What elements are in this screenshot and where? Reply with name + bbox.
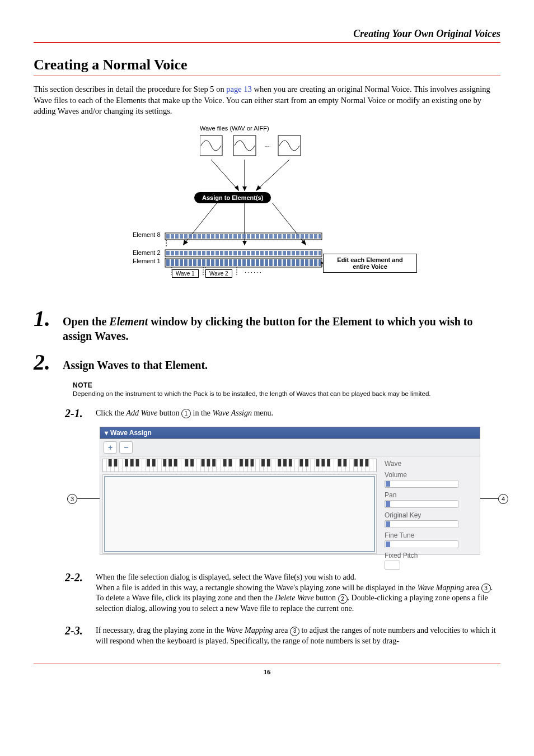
svg-line-10 <box>183 203 217 245</box>
element1-label: Element 1 <box>133 258 161 264</box>
svg-rect-54 <box>251 459 254 466</box>
volume-label: Volume <box>385 471 474 479</box>
svg-rect-48 <box>207 459 210 466</box>
circled-1-inline: 1 <box>181 409 191 418</box>
circled-2-inline: 2 <box>338 594 348 604</box>
step-1: 1. Open the Element window by clicking t… <box>34 307 500 343</box>
svg-rect-45 <box>185 459 188 466</box>
pan-label: Pan <box>385 491 474 499</box>
callout-3: 3 <box>67 494 77 504</box>
wave-mapping-area[interactable] <box>100 456 379 554</box>
svg-rect-57 <box>278 459 281 466</box>
svg-rect-53 <box>245 459 249 466</box>
svg-text:⋮: ⋮ <box>162 239 170 248</box>
svg-rect-66 <box>343 459 346 466</box>
substep-2-2-text: When the file selection dialog is displa… <box>96 571 500 615</box>
wave-assign-header[interactable]: ▾Wave Assign <box>100 427 480 439</box>
substep-2-3-number: 2-3. <box>65 624 90 637</box>
svg-rect-43 <box>168 459 172 466</box>
wave-label: Wave <box>385 460 474 468</box>
element8-label: Element 8 <box>133 231 161 238</box>
wave-assign-screenshot: 1 2 3 4 ▾Wave Assign + − <box>67 427 509 561</box>
note-block: NOTE Depending on the instrument to whic… <box>73 381 500 397</box>
svg-rect-32 <box>166 259 321 266</box>
svg-marker-22 <box>318 260 323 265</box>
svg-line-14 <box>273 203 306 245</box>
svg-rect-38 <box>130 459 134 466</box>
svg-rect-40 <box>147 459 150 466</box>
page-link[interactable]: page 13 <box>226 85 252 94</box>
svg-rect-16 <box>165 233 322 240</box>
s23-b: area <box>273 626 290 634</box>
svg-rect-18 <box>165 258 322 267</box>
svg-line-8 <box>256 160 289 191</box>
delete-wave-button[interactable]: − <box>119 441 133 454</box>
step-1-number: 1. <box>34 307 58 330</box>
piano-ruler <box>102 459 377 472</box>
svg-marker-9 <box>256 185 261 191</box>
note-text: Depending on the instrument to which the… <box>73 390 500 397</box>
svg-rect-33 <box>166 251 321 255</box>
s21-a: Click the <box>96 409 126 417</box>
s23-a: If necessary, drag the playing zone in t… <box>96 626 226 634</box>
circled-3-inline-b: 3 <box>290 627 299 636</box>
volume-slider[interactable] <box>385 480 458 488</box>
svg-rect-49 <box>212 459 216 466</box>
substep-2-1: 2-1. Click the Add Wave button 1 in the … <box>65 407 500 420</box>
svg-rect-42 <box>163 459 166 466</box>
circled-3-inline: 3 <box>481 584 491 593</box>
svg-rect-65 <box>338 459 341 466</box>
callout-3-num: 3 <box>67 494 77 504</box>
original-key-slider[interactable] <box>385 520 458 528</box>
s21-c: in the <box>191 409 213 417</box>
svg-marker-13 <box>242 241 247 245</box>
s22-a: When a file is added in this way, a rect… <box>96 584 417 592</box>
wave2-label: Wave 2 <box>205 269 232 278</box>
playing-zone-outline[interactable] <box>104 476 375 552</box>
svg-rect-29 <box>166 259 321 266</box>
s21-b: button <box>157 409 181 417</box>
s21-em2: Wave Assign <box>213 409 252 417</box>
svg-rect-56 <box>267 459 270 466</box>
svg-rect-39 <box>136 459 139 466</box>
svg-rect-41 <box>152 459 156 466</box>
s22-em2: Delete Wave <box>275 594 314 602</box>
running-header: Creating Your Own Original Voices <box>34 28 500 40</box>
svg-rect-51 <box>228 459 232 466</box>
wave-assign-toolbar: + − <box>100 439 480 456</box>
substep-2-1-text: Click the Add Wave button 1 in the Wave … <box>96 407 273 419</box>
fine-tune-slider[interactable] <box>385 540 458 548</box>
pan-slider[interactable] <box>385 500 458 508</box>
s23-em: Wave Mapping <box>226 626 273 634</box>
fixed-pitch-checkbox[interactable] <box>385 561 400 570</box>
s22-em1: Wave Mapping <box>417 584 464 592</box>
svg-marker-15 <box>301 240 306 245</box>
intro-paragraph: This section describes in detail the pro… <box>34 84 500 117</box>
callout-4: 4 <box>498 494 508 504</box>
svg-text:······: ······ <box>245 268 263 276</box>
svg-rect-59 <box>289 459 292 466</box>
collapse-triangle-icon[interactable]: ▾ <box>105 429 108 437</box>
svg-text:···: ··· <box>264 142 270 150</box>
svg-rect-36 <box>114 459 118 466</box>
wave-assign-panel: ▾Wave Assign + − <box>100 427 480 555</box>
substep-2-2: 2-2. When the file selection dialog is d… <box>65 571 500 615</box>
substep-2-3: 2-3. If necessary, drag the playing zone… <box>65 624 500 647</box>
s21-em1: Add Wave <box>126 409 157 417</box>
svg-rect-67 <box>354 459 358 466</box>
step-1-text-a: Open the <box>63 315 109 328</box>
add-wave-button[interactable]: + <box>104 441 117 454</box>
wave-shapes: ··· <box>200 133 323 162</box>
wave-assign-title: Wave Assign <box>110 429 152 437</box>
wave-mapping-grid[interactable] <box>102 474 377 554</box>
s22-b: area <box>464 584 481 592</box>
svg-rect-62 <box>316 459 320 466</box>
fine-tune-label: Fine Tune <box>385 531 474 539</box>
wave-properties-panel: Wave Volume Pan Original Key <box>379 456 480 554</box>
svg-rect-46 <box>190 459 194 466</box>
svg-line-4 <box>211 160 239 191</box>
wave1-label: Wave 1 <box>172 269 199 278</box>
step-1-text: Open the Element window by clicking the … <box>63 307 500 343</box>
svg-rect-58 <box>283 459 287 466</box>
svg-marker-5 <box>235 185 239 191</box>
